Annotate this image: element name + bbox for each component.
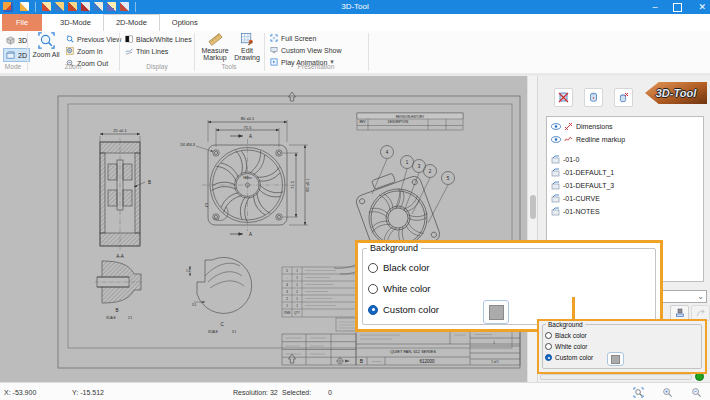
layer-icon: [551, 194, 560, 203]
radio-black-color-small[interactable]: Black color: [545, 332, 587, 339]
holes-callout: 5X Ø4.3: [180, 142, 195, 147]
layer-item-01-default-3[interactable]: -01-DEFAULT_3: [551, 181, 614, 190]
revision-col-desc: DESCRIPTION: [388, 120, 409, 124]
engineering-drawing: 25 ±0.1 B A-A: [0, 76, 527, 382]
b-callout-label: B: [148, 180, 151, 185]
ribbon-tab-bar: File 3D-Mode 2D-Mode Options: [0, 14, 710, 32]
thin-lines-icon: [125, 47, 133, 55]
mode-2d-button[interactable]: 2D: [3, 48, 30, 62]
radio-icon-selected[interactable]: [545, 354, 552, 361]
thin-lines-button[interactable]: Thin Lines: [125, 47, 168, 55]
tree-item-redline-markup[interactable]: Redline markup: [551, 135, 625, 144]
layer-item-01-notes[interactable]: -01-NOTES: [551, 207, 600, 216]
zoom-all-status-icon[interactable]: [633, 387, 644, 398]
orientation-arrows: [289, 92, 296, 363]
svg-text:1: 1: [296, 283, 298, 287]
full-screen-button[interactable]: Full Screen: [270, 34, 316, 42]
zoom-in-icon: [66, 47, 74, 55]
radio-icon[interactable]: [545, 343, 552, 350]
tab-3d-mode[interactable]: 3D-Mode: [48, 14, 103, 31]
minimize-icon[interactable]: –: [652, 2, 657, 12]
radio-white-color[interactable]: White color: [368, 283, 431, 294]
custom-view-show-label: Custom View Show: [281, 47, 342, 54]
zoom-in-status-icon[interactable]: [662, 387, 673, 398]
radio-custom-color-small[interactable]: Custom color: [545, 354, 593, 361]
mode-3d-button[interactable]: 3D: [3, 33, 30, 47]
window-title: 3D-Tool: [0, 0, 710, 14]
radio-custom-color[interactable]: Custom color: [368, 304, 439, 315]
group-label-presentation: Presentation: [265, 63, 367, 70]
radio-icon[interactable]: [368, 263, 378, 273]
dim-right-outer: 80 ±0.1: [305, 178, 310, 192]
invert-visibility-button[interactable]: [614, 88, 633, 107]
section-view-a-a: [100, 134, 145, 250]
3d-tool-logo: 3D-Tool: [645, 82, 707, 104]
svg-text:3: 3: [286, 290, 288, 294]
background-legend-small: Background: [546, 321, 585, 328]
balloon-4: 4: [386, 150, 389, 155]
revision-col-rev: REV: [359, 120, 365, 124]
detail-b-view: [95, 261, 143, 303]
titleblock-number: 612000: [419, 359, 435, 364]
scrollbar-thumb[interactable]: [530, 195, 536, 219]
balloon-5: 5: [447, 176, 450, 181]
svg-text:1: 1: [296, 276, 298, 280]
detail-c-dim1: 1.5: [186, 269, 191, 273]
detail-c-dim2: 3.5: [192, 303, 197, 307]
custom-view-show-icon: [270, 46, 278, 54]
zoom-out-status-icon[interactable]: [691, 387, 702, 398]
layer-item-01-curve[interactable]: -01-CURVE: [551, 194, 600, 203]
layer-label: -01-NOTES: [563, 208, 600, 215]
black-white-lines-label: Black/White Lines: [136, 36, 192, 43]
tree-item-dimensions[interactable]: Dimensions: [551, 122, 613, 131]
zoom-all-button[interactable]: Zoom All: [30, 32, 62, 58]
black-white-lines-button[interactable]: Black/White Lines: [125, 35, 192, 43]
radio-black-color[interactable]: Black color: [368, 262, 429, 273]
custom-view-show-button[interactable]: Custom View Show: [270, 46, 342, 54]
custom-color-swatch-button-small[interactable]: [607, 352, 624, 366]
svg-text:4: 4: [286, 283, 288, 287]
status-bar: X: -53.900 Y: -15.512 Resolution: 32 Sel…: [0, 382, 710, 400]
status-zoom-tools: [633, 387, 702, 398]
svg-text:5: 5: [286, 269, 288, 273]
mode-3d-label: 3D: [18, 37, 27, 44]
svg-text:1: 1: [286, 304, 288, 308]
radio-label: White color: [383, 283, 431, 294]
eye-icon: [551, 123, 561, 130]
previous-view-button[interactable]: Previous View: [66, 35, 121, 43]
radio-icon[interactable]: [368, 284, 378, 294]
custom-color-swatch-button[interactable]: [483, 300, 509, 324]
previous-view-icon: [66, 35, 74, 43]
tab-options[interactable]: Options: [160, 14, 210, 31]
close-icon[interactable]: ✕: [698, 2, 706, 12]
tab-file[interactable]: File: [2, 14, 42, 31]
tab-2d-mode[interactable]: 2D-Mode: [103, 14, 160, 31]
svg-text:1: 1: [296, 269, 298, 273]
layer-item-01-default-1[interactable]: -01-DEFAULT_1: [551, 168, 614, 177]
radio-label: Custom color: [555, 354, 593, 361]
radio-label: Black color: [555, 332, 587, 339]
layer-icon: [551, 207, 560, 216]
layer-item-01-0[interactable]: -01-0: [551, 155, 579, 164]
edit-drawing-button[interactable]: Edit Drawing: [232, 32, 262, 61]
layer-label: -01-CURVE: [563, 195, 600, 202]
window-controls: – ✕: [652, 0, 706, 14]
full-screen-label: Full Screen: [281, 35, 316, 42]
maximize-icon[interactable]: [673, 3, 682, 12]
radio-white-color-small[interactable]: White color: [545, 343, 588, 350]
status-resolution: Resolution: 32: [233, 389, 278, 396]
radio-icon[interactable]: [545, 332, 552, 339]
dim-right-inner: 71.5: [290, 180, 295, 189]
hide-parts-button[interactable]: [584, 88, 603, 107]
drawing-canvas[interactable]: 25 ±0.1 B A-A: [0, 76, 527, 382]
color-swatch: [489, 305, 504, 320]
show-all-button[interactable]: [554, 88, 573, 107]
measure-markup-button[interactable]: Measure Markup: [200, 32, 230, 61]
callout-connector-line: [572, 297, 575, 321]
redline-markup-icon: [564, 135, 573, 144]
svg-text:1: 1: [296, 297, 298, 301]
detail-c-view: [190, 257, 252, 313]
group-label-tools: Tools: [195, 63, 263, 70]
zoom-in-button[interactable]: Zoom In: [66, 47, 103, 55]
radio-icon-selected[interactable]: [368, 305, 378, 315]
